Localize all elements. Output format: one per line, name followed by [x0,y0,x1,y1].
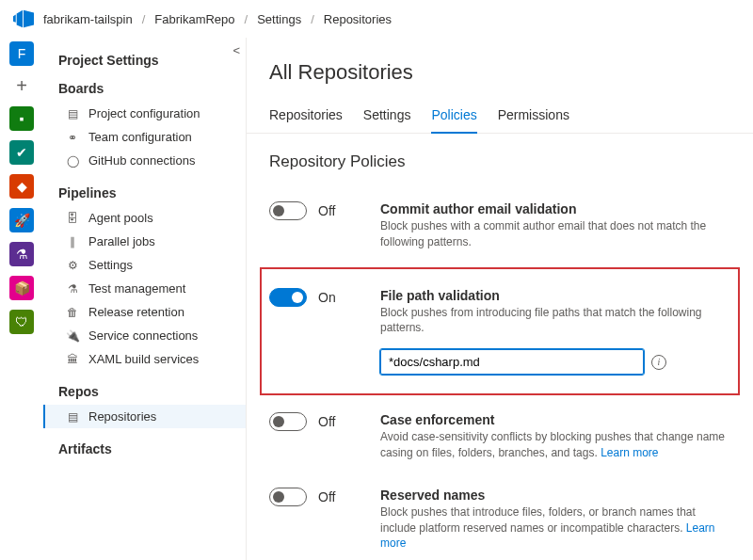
sidebar-item-github[interactable]: ◯GitHub connections [43,149,246,172]
plug-icon: 🔌 [66,329,79,343]
repo-icon: ▤ [66,410,79,424]
policy-filepath-desc: Block pushes from introducing file paths… [380,305,730,337]
sidebar-item-repositories[interactable]: ▤Repositories [43,405,246,428]
breadcrumb-section[interactable]: Repositories [324,12,392,26]
policy-reserved: Off Reserved names Block pushes that int… [269,474,730,560]
sidebar-group-artifacts: Artifacts [43,436,246,462]
rail-compliance-icon[interactable]: 🛡 [9,310,34,334]
breadcrumb: fabrikam-tailspin / FabrikamRepo / Setti… [43,12,392,26]
rail-boards-icon[interactable]: ▪ [9,106,34,131]
breadcrumb-sep: / [142,12,146,26]
main-content: All Repositories Repositories Settings P… [247,38,753,560]
sidebar-item-test-mgmt[interactable]: ⚗Test management [43,277,246,300]
toggle-filepath-state: On [318,290,336,305]
breadcrumb-sep: / [245,12,248,26]
build-icon: 🏛 [66,353,79,366]
rail-repos-icon[interactable]: ◆ [9,174,34,199]
sidebar-item-pipeline-settings[interactable]: ⚙Settings [43,253,246,277]
tab-settings[interactable]: Settings [363,102,411,133]
rail-artifacts-icon[interactable]: 📦 [9,276,34,300]
policy-reserved-desc: Block pushes that introduce files, folde… [380,504,730,552]
sidebar-group-repos: Repos [43,378,246,405]
rail-testplans-icon[interactable]: ⚗ [9,242,34,266]
sidebar-item-xaml[interactable]: 🏛XAML build services [43,347,246,371]
azure-devops-logo-icon[interactable] [13,8,34,29]
rail-project-icon[interactable]: F [9,41,34,66]
tab-permissions[interactable]: Permissions [498,102,569,133]
highlighted-region: On File path validation Block pushes fro… [260,267,740,396]
page-title: All Repositories [247,60,753,102]
sidebar-item-release-retention[interactable]: 🗑Release retention [43,300,246,324]
sidebar-item-project-config[interactable]: ▤Project configuration [43,102,246,125]
server-icon: 🗄 [66,212,79,225]
toggle-filepath[interactable] [269,288,307,307]
toggle-case-state: Off [318,414,335,429]
toggle-email[interactable] [269,201,307,220]
toggle-case[interactable] [269,412,307,431]
policy-email: Off Commit author email validation Block… [269,188,730,264]
toggle-reserved[interactable] [269,488,307,506]
sidebar-item-agent-pools[interactable]: 🗄Agent pools [43,206,246,230]
policy-reserved-title: Reserved names [380,488,730,503]
gear-icon: ⚙ [66,259,79,272]
tab-policies[interactable]: Policies [431,102,476,134]
document-icon: ▤ [66,107,79,120]
sidebar-item-service-conn[interactable]: 🔌Service connections [43,324,246,347]
toggle-reserved-state: Off [318,489,335,504]
breadcrumb-settings[interactable]: Settings [257,12,301,26]
breadcrumb-org[interactable]: fabrikam-tailspin [43,12,133,26]
breadcrumb-repo[interactable]: FabrikamRepo [154,12,234,26]
filepath-pattern-input[interactable] [380,349,644,375]
policy-filepath: On File path validation Block pushes fro… [269,275,730,389]
project-settings-sidebar: < Project Settings Boards ▤Project confi… [43,38,247,560]
panel-heading: Repository Policies [269,152,730,171]
breadcrumb-sep: / [311,12,314,26]
left-rail: F + ▪ ✔ ◆ 🚀 ⚗ 📦 🛡 [0,38,43,560]
retention-icon: 🗑 [66,306,79,319]
sidebar-group-boards: Boards [43,75,246,102]
policy-case-desc: Avoid case-sensitivity conflicts by bloc… [380,429,730,461]
parallel-icon: ∥ [66,235,79,248]
sidebar-group-pipelines: Pipelines [43,180,246,206]
toggle-email-state: Off [318,203,335,218]
tabs: Repositories Settings Policies Permissio… [247,102,753,134]
rail-add-icon[interactable]: + [16,75,27,97]
policy-filepath-title: File path validation [380,288,730,303]
policy-case-title: Case enforcement [380,412,730,427]
policy-case: Off Case enforcement Avoid case-sensitiv… [269,399,730,474]
sidebar-item-parallel-jobs[interactable]: ∥Parallel jobs [43,230,246,253]
learn-more-link[interactable]: Learn more [601,446,658,459]
sidebar-item-team-config[interactable]: ⚭Team configuration [43,125,246,149]
people-icon: ⚭ [66,131,79,144]
rail-work-icon[interactable]: ✔ [9,140,34,165]
policy-email-desc: Block pushes with a commit author email … [380,218,730,250]
flask-icon: ⚗ [66,282,79,296]
tab-repositories[interactable]: Repositories [269,102,343,133]
github-icon: ◯ [66,154,79,168]
collapse-sidebar-icon[interactable]: < [232,43,240,57]
policy-email-title: Commit author email validation [380,201,730,216]
sidebar-heading: Project Settings [43,47,246,75]
info-icon[interactable]: i [651,355,666,370]
rail-pipelines-icon[interactable]: 🚀 [9,208,34,232]
